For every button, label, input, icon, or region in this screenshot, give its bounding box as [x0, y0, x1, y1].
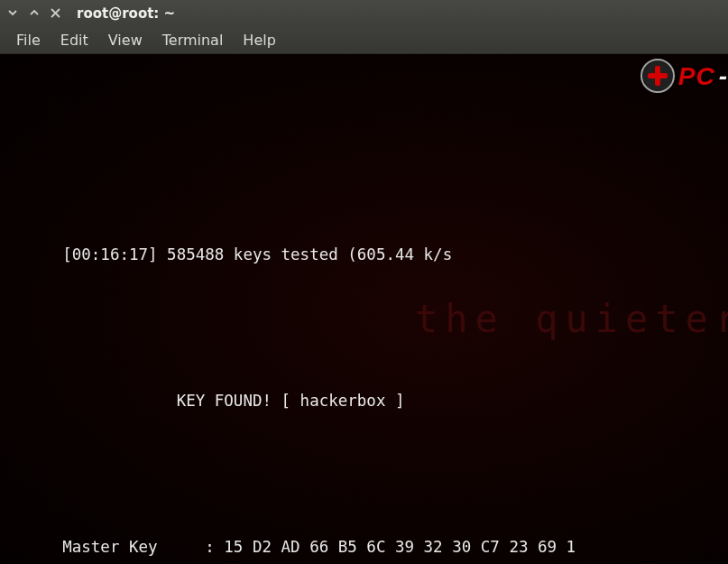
master-key-bytes: 15 D2 AD 66 B5 6C 39 32 30 C7 23 69 1 — [224, 538, 576, 556]
menu-view[interactable]: View — [99, 29, 152, 51]
menubar: File Edit View Terminal Help — [0, 27, 728, 54]
minimize-icon[interactable] — [7, 7, 18, 21]
menu-file[interactable]: File — [7, 29, 50, 51]
key-found-line: KEY FOUND! [ hackerbox ] — [0, 389, 728, 413]
blank-line — [0, 486, 728, 511]
watermark-dash: - — [719, 64, 728, 88]
menu-edit[interactable]: Edit — [51, 29, 97, 51]
watermark-text-left: PC — [678, 64, 715, 88]
blank-line — [0, 438, 728, 462]
watermark-logo: PC- — [640, 59, 728, 93]
menu-help[interactable]: Help — [234, 29, 284, 51]
master-key-row: Master Key : 15 D2 AD 66 B5 6C 39 32 30 … — [0, 535, 728, 559]
window-title: root@root: ~ — [77, 5, 175, 22]
close-icon[interactable] — [51, 7, 60, 21]
titlebar: root@root: ~ — [0, 0, 728, 27]
cross-icon — [640, 59, 675, 93]
blank-line — [0, 291, 728, 316]
master-key-label: Master Key : — [5, 538, 224, 556]
terminal-area[interactable]: PC- the quieter [00:16:17] 585488 keys t… — [0, 54, 728, 564]
window-controls — [7, 7, 60, 21]
status-line: [00:16:17] 585488 keys tested (605.44 k/… — [0, 243, 728, 267]
terminal-content: [00:16:17] 585488 keys tested (605.44 k/… — [0, 218, 728, 564]
maximize-icon[interactable] — [29, 7, 40, 21]
menu-terminal[interactable]: Terminal — [153, 29, 233, 51]
blank-line — [0, 340, 728, 365]
